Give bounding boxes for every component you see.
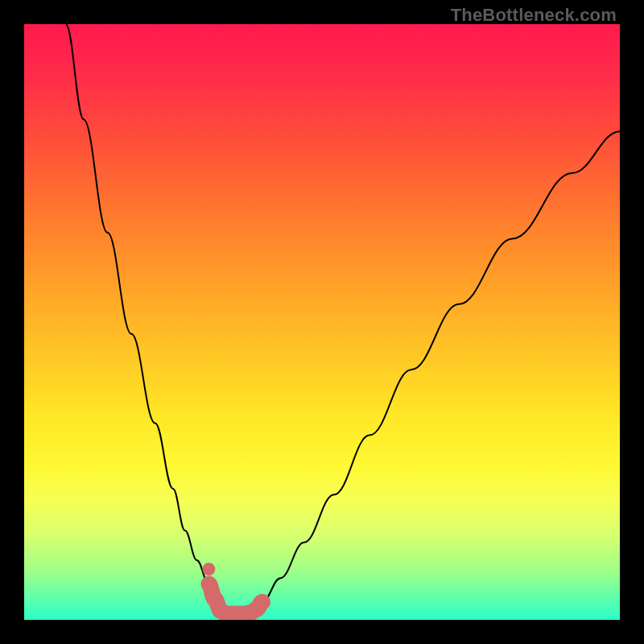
chart-container: TheBottleneck.com bbox=[0, 0, 644, 644]
plot-area bbox=[24, 24, 620, 620]
bottleneck-curve-right bbox=[250, 131, 620, 613]
source-watermark: TheBottleneck.com bbox=[451, 5, 617, 26]
chart-svg bbox=[24, 24, 620, 620]
bottleneck-curve-left bbox=[66, 24, 233, 614]
optimal-range-markers bbox=[208, 584, 262, 614]
optimal-point-dot bbox=[202, 563, 215, 576]
